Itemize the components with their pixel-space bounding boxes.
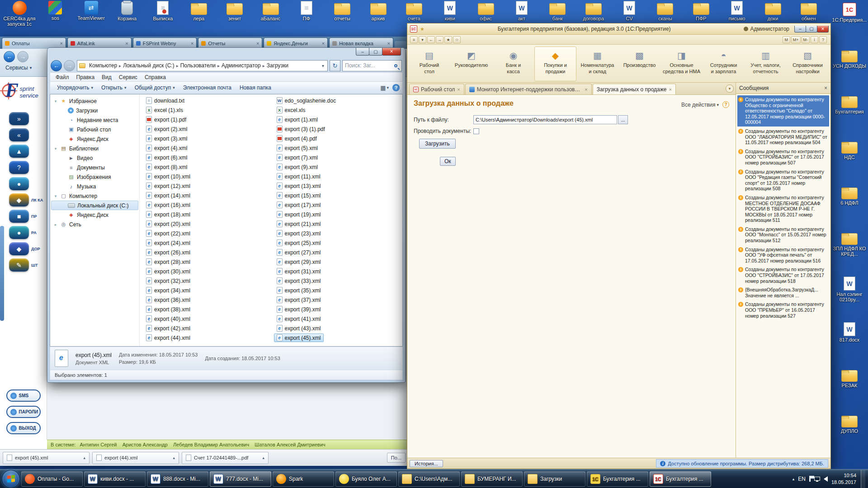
file-item[interactable]: export (37).xml	[274, 296, 324, 304]
file-item[interactable]: export (40).xml	[143, 314, 193, 323]
file-item[interactable]: export (24).xml	[143, 239, 193, 247]
file-item[interactable]: export (2).xml	[143, 125, 190, 133]
back-button[interactable]: ←	[4, 51, 15, 62]
taskbar-button[interactable]: киви.docx - ...	[84, 471, 146, 487]
taskbar-button[interactable]: Spark	[273, 471, 334, 487]
sidebar-icon-button[interactable]: ?	[9, 161, 29, 174]
clock[interactable]: 10:54 18.05.2017	[831, 472, 856, 485]
toolbar-icon[interactable]: →	[436, 36, 443, 43]
nav-item[interactable]: ▾Компьютер	[51, 191, 138, 201]
toolbar-icon[interactable]: M-	[802, 36, 810, 43]
nav-item[interactable]: Недавние места	[51, 115, 138, 125]
all-actions-button[interactable]: Все действия ▾	[681, 102, 719, 108]
file-item[interactable]: export (3) (1).pdf	[274, 125, 328, 133]
user-menu[interactable]: Администратор	[744, 26, 789, 32]
ribbon-section[interactable]: Рабочийстол	[408, 47, 450, 81]
desktop-icon[interactable]: аБаланс	[253, 1, 288, 27]
expander-icon[interactable]: ▾	[53, 194, 58, 198]
toolbar-button[interactable]: Упорядочить▾	[53, 83, 97, 92]
breadcrumb-segment[interactable]: Пользователи	[179, 61, 217, 70]
nav-item[interactable]: Рабочий стол	[51, 125, 138, 134]
address-bar[interactable]: Компьютер▸Локальный диск (C:)▸Пользовате…	[77, 60, 328, 71]
nav-item[interactable]: Изображения	[51, 172, 138, 182]
tab-close-icon[interactable]: ×	[125, 41, 128, 46]
breadcrumb-segment[interactable]: Компьютер	[88, 61, 118, 70]
maximize-button[interactable]: ▢	[806, 26, 817, 33]
back-button[interactable]: ←	[51, 60, 62, 71]
file-item[interactable]: excel.xls	[274, 106, 308, 114]
tab-close-icon[interactable]: ×	[191, 41, 193, 46]
expander-icon[interactable]: ▾	[53, 146, 58, 151]
toolbar-button[interactable]: Общий доступ▾	[131, 83, 179, 92]
toolbar-icon[interactable]: M	[783, 36, 790, 43]
sidebar-icon-button[interactable]: ▲	[9, 145, 29, 158]
desktop-icon[interactable]: РЕЗАК	[831, 368, 868, 413]
tab-list-button[interactable]: ▾	[726, 84, 734, 93]
nav-item[interactable]: Локальный диск (C:)	[51, 201, 138, 210]
file-item[interactable]: export (1).pdf	[143, 115, 189, 124]
file-item[interactable]: export (35).xml	[274, 286, 324, 295]
desktop-icon[interactable]: ЗПЛ НДФЛ КО КРЕД...	[831, 231, 868, 277]
file-item[interactable]: export (17).xml	[274, 201, 324, 209]
taskbar-button[interactable]: Бухгалтерия ...	[650, 471, 711, 487]
toolbar-button[interactable]: Новая папка	[236, 83, 275, 92]
nav-item[interactable]: ▾Избранное	[51, 96, 138, 106]
file-item[interactable]: export (27).xml	[274, 248, 324, 257]
file-item[interactable]: export (15).xml	[274, 191, 324, 200]
file-item[interactable]: export (4).pdf	[274, 134, 320, 143]
desktop-icon[interactable]: 817.docx	[831, 322, 868, 368]
sidebar-icon-button[interactable]: ●	[9, 177, 29, 190]
desktop-icon[interactable]: Выписка	[145, 1, 180, 27]
history-button[interactable]: История...	[410, 460, 443, 467]
help-icon[interactable]: ?	[722, 101, 729, 108]
tab-close-icon[interactable]: ×	[60, 41, 62, 46]
onec-titlebar[interactable]: 1С ★ Бухгалтерия предприятия (базовая), …	[407, 23, 830, 35]
toolbar-icon[interactable]: i	[811, 36, 818, 43]
ribbon-section[interactable]: Основныесредства и НМА	[660, 47, 703, 81]
document-tab[interactable]: Монитор Интернет-поддержки пользователей…	[465, 84, 592, 94]
maximize-button[interactable]: ▢	[369, 48, 382, 56]
file-item[interactable]: export (41).xml	[274, 314, 324, 323]
message-item[interactable]: !Созданы документы по контрагенту ООО "М…	[737, 225, 829, 245]
desktop-icon[interactable]: Нал сэлинг 0210ру...	[831, 277, 868, 322]
sidebar-icon-button[interactable]: »	[9, 112, 29, 125]
load-button[interactable]: Загрузить	[419, 139, 456, 149]
close-icon[interactable]: ×	[824, 85, 827, 91]
file-item[interactable]: export (11).xml	[274, 172, 323, 181]
file-item[interactable]: export (18).xml	[143, 210, 193, 219]
taskbar-button[interactable]: БУМЕРАНГ И...	[461, 471, 523, 487]
desktop-icon[interactable]: НДС	[831, 140, 868, 185]
download-item[interactable]: Счет 17-02441489-...pdf▴	[182, 452, 269, 464]
file-item[interactable]: export (26).xml	[143, 248, 193, 257]
nav-item[interactable]: Яндекс.Диск	[51, 210, 138, 220]
file-item[interactable]: export (36).xml	[143, 296, 193, 304]
message-item[interactable]: !Созданы документы по контрагенту Общест…	[737, 95, 829, 127]
file-item[interactable]: export (1).xml	[274, 115, 321, 124]
message-item[interactable]: !Созданы документы по контрагенту МЕСТНО…	[737, 193, 829, 225]
toolbar-icon[interactable]: ★	[444, 36, 452, 43]
menu-item[interactable]: Сервис	[115, 74, 141, 80]
close-button[interactable]: ×	[382, 48, 401, 56]
taskbar-button[interactable]: Оплаты - Go...	[21, 471, 83, 487]
ribbon-section[interactable]: Сотрудникии зарплата	[703, 47, 745, 81]
file-item[interactable]: export (28).xml	[143, 258, 193, 266]
file-item[interactable]: export (34).xml	[143, 286, 193, 295]
chevron-up-icon[interactable]: ▴	[173, 455, 175, 460]
file-path-input[interactable]	[473, 115, 617, 124]
file-item[interactable]: export (25).xml	[274, 239, 324, 247]
sidebar-pill-button[interactable]: ВЫХОД	[6, 422, 41, 434]
desktop-icon[interactable]: Корзина	[109, 1, 145, 27]
desktop-icon[interactable]: sos	[38, 1, 73, 27]
menu-item[interactable]: Правка	[73, 74, 99, 80]
file-item[interactable]: export (12).xml	[143, 182, 193, 190]
star-icon[interactable]: ★	[420, 26, 425, 32]
file-item[interactable]: export (44).xml	[143, 333, 193, 342]
menu-item[interactable]: Файл	[52, 74, 73, 80]
help-icon[interactable]: ?	[392, 84, 400, 91]
breadcrumb-segment[interactable]: Загрузки	[265, 61, 290, 70]
toolbar-button[interactable]: Электронная почта	[179, 83, 236, 92]
desktop-icon[interactable]: лера	[181, 1, 217, 27]
menu-item[interactable]: Справка	[141, 74, 170, 80]
show-all-downloads-button[interactable]: По...	[387, 453, 406, 463]
sidebar-icon-button[interactable]: ✎	[9, 258, 29, 272]
